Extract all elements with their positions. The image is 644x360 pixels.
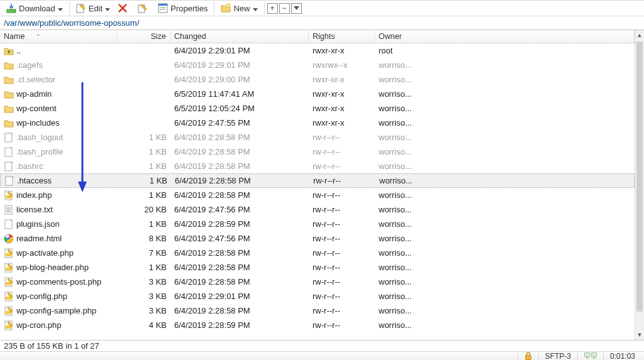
file-name: .bash_profile <box>16 147 63 156</box>
file-name: wp-cron.php <box>16 320 62 330</box>
download-icon <box>6 3 16 13</box>
file-row[interactable]: license.txt20 KB6/4/2019 2:47:56 PMrw-r-… <box>0 202 635 217</box>
rename-button[interactable] <box>134 1 154 15</box>
cell-rights: rw-r--r-- <box>309 277 375 286</box>
file-row[interactable]: .bash_profile1 KB6/4/2019 2:28:58 PMrw-r… <box>0 145 635 159</box>
minus-button[interactable]: − <box>279 3 290 14</box>
cell-size: 1 KB <box>117 133 170 142</box>
cell-rights: rwxr-xr-x <box>309 104 375 113</box>
file-row[interactable]: wp-blog-header.php1 KB6/4/2019 2:28:58 P… <box>0 260 635 275</box>
current-path: /var/www/public/worrisome-opossum/ <box>4 18 139 28</box>
cell-changed: 6/4/2019 2:28:58 PM <box>170 190 309 200</box>
svg-rect-12 <box>586 357 589 359</box>
file-row[interactable]: wp-config.php3 KB6/4/2019 2:29:01 PMrw-r… <box>0 289 635 303</box>
path-bar[interactable]: /var/www/public/worrisome-opossum/ <box>0 16 644 30</box>
col-changed-header[interactable]: Changed <box>170 30 309 43</box>
php-icon <box>4 306 14 316</box>
file-row[interactable]: wp-activate.php7 KB6/4/2019 2:28:58 PMrw… <box>0 246 635 260</box>
cell-owner: worriso... <box>375 75 431 84</box>
cell-owner: root <box>375 46 431 55</box>
cell-rights: rw-r--r-- <box>309 234 375 243</box>
file-row[interactable]: .cl.selector6/4/2019 2:29:00 PMrwxr-xr-x… <box>0 72 635 87</box>
cell-rights: rw-r--r-- <box>309 263 375 272</box>
col-size-header[interactable]: Size <box>117 30 170 43</box>
cell-owner: worriso... <box>375 176 432 185</box>
rename-icon <box>138 3 148 13</box>
selection-status-text: 235 B of 155 KB in 1 of 27 <box>4 341 99 351</box>
cell-rights: rw-r--r-- <box>309 190 375 200</box>
cell-changed: 6/4/2019 2:29:01 PM <box>170 60 309 70</box>
plus-button[interactable]: + <box>267 3 278 14</box>
file-row[interactable]: .bashrc1 KB6/4/2019 2:28:58 PMrw-r--r--w… <box>0 159 635 173</box>
file-name: index.php <box>16 190 52 200</box>
session-icon <box>577 352 603 360</box>
cell-changed: 6/5/2019 12:05:24 PM <box>170 104 309 113</box>
cell-rights: rwxr-xr-x <box>309 46 375 55</box>
cell-rights: rw-r--r-- <box>309 248 375 258</box>
elapsed-time: 0:01:03 <box>603 352 641 360</box>
cell-changed: 6/4/2019 2:29:00 PM <box>170 75 309 84</box>
file-row[interactable]: wp-config-sample.php3 KB6/4/2019 2:28:58… <box>0 303 635 318</box>
cell-owner: worriso... <box>375 118 431 128</box>
cell-owner: worriso... <box>375 147 431 156</box>
download-label: Download <box>19 4 55 13</box>
cell-size: 20 KB <box>117 205 170 214</box>
php-icon <box>4 263 14 273</box>
php-icon <box>4 320 14 330</box>
scroll-down-button[interactable]: ▼ <box>635 330 644 340</box>
new-button[interactable]: New <box>217 1 261 15</box>
cell-size: 1 KB <box>117 219 170 229</box>
cell-size: 3 KB <box>117 277 170 286</box>
file-row[interactable]: index.php1 KB6/4/2019 2:28:58 PMrw-r--r-… <box>0 188 635 202</box>
vertical-scrollbar[interactable]: ▲ ▼ <box>635 30 644 340</box>
folder-icon <box>4 118 14 128</box>
cell-rights: rw-r--r-- <box>309 306 375 315</box>
cell-owner: worriso... <box>375 190 431 200</box>
file-name: wp-config-sample.php <box>16 306 96 315</box>
cell-changed: 6/4/2019 2:28:58 PM <box>170 161 309 171</box>
properties-button[interactable]: Properties <box>154 1 211 15</box>
file-row[interactable]: .bash_logout1 KB6/4/2019 2:28:58 PMrw-r-… <box>0 130 635 145</box>
delete-button[interactable] <box>114 1 134 15</box>
file-row[interactable]: wp-includes6/4/2019 2:47:55 PMrwxr-xr-xw… <box>0 116 635 130</box>
scroll-thumb[interactable] <box>636 41 643 312</box>
col-name-header[interactable]: Name ⌃ <box>0 30 117 43</box>
cell-size: 1 KB <box>118 176 171 185</box>
col-rights-header[interactable]: Rights <box>309 30 375 43</box>
file-icon <box>4 133 14 143</box>
file-row[interactable]: readme.html8 KB6/4/2019 2:47:56 PMrw-r--… <box>0 231 635 246</box>
cell-owner: worriso... <box>375 263 431 272</box>
file-row[interactable]: .htaccess1 KB6/4/2019 2:28:58 PMrw-r--r-… <box>0 173 635 188</box>
file-row[interactable]: plugins.json1 KB6/4/2019 2:28:59 PMrw-r-… <box>0 217 635 231</box>
file-row[interactable]: wp-cron.php4 KB6/4/2019 2:28:59 PMrw-r--… <box>0 318 635 332</box>
protocol-label: SFTP-3 <box>538 352 577 360</box>
file-row[interactable]: wp-comments-post.php3 KB6/4/2019 2:28:58… <box>0 275 635 289</box>
col-owner-header[interactable]: Owner <box>375 30 635 43</box>
properties-label: Properties <box>170 4 208 13</box>
file-name: wp-admin <box>16 89 52 99</box>
cell-size: 3 KB <box>117 292 170 301</box>
file-row[interactable]: wp-content6/5/2019 12:05:24 PMrwxr-xr-xw… <box>0 101 635 116</box>
file-row[interactable]: ..6/4/2019 2:29:01 PMrwxr-xr-xroot <box>0 43 635 58</box>
download-button[interactable]: Download <box>3 1 67 15</box>
file-name: wp-content <box>16 104 57 113</box>
cell-changed: 6/4/2019 2:28:58 PM <box>170 248 309 258</box>
cell-size: 8 KB <box>117 234 170 243</box>
svg-point-7 <box>226 4 230 8</box>
cell-changed: 6/4/2019 2:47:55 PM <box>170 118 309 128</box>
file-row[interactable]: .cagefs6/4/2019 2:29:01 PMrwxrwx--xworri… <box>0 58 635 72</box>
cell-changed: 6/4/2019 2:28:59 PM <box>170 320 309 330</box>
php-icon <box>4 292 14 302</box>
cell-rights: rw-r--r-- <box>309 320 375 330</box>
dropdown-button[interactable] <box>291 3 302 14</box>
scroll-up-button[interactable]: ▲ <box>635 30 644 40</box>
file-name: .htaccess <box>17 176 52 185</box>
svg-rect-10 <box>584 353 589 357</box>
edit-button[interactable]: Edit <box>72 1 114 15</box>
cell-changed: 6/4/2019 2:28:58 PM <box>170 306 309 315</box>
file-row[interactable]: wp-admin6/5/2019 11:47:41 AMrwxr-xr-xwor… <box>0 87 635 101</box>
new-label: New <box>233 4 250 13</box>
cell-size: 1 KB <box>117 147 170 156</box>
cell-size: 4 KB <box>117 320 170 330</box>
cell-changed: 6/4/2019 2:47:56 PM <box>170 205 309 214</box>
